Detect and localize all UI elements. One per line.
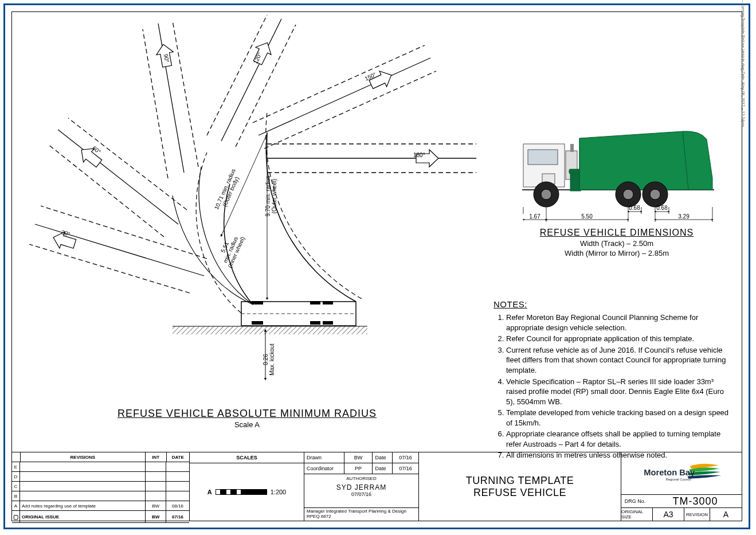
note-5: Template developed from vehicle tracking…	[506, 408, 734, 428]
svg-line-14	[29, 244, 190, 293]
revision-label: REVISION	[684, 508, 710, 521]
svg-line-22	[221, 19, 281, 141]
drg-no-value: TM-3000	[649, 495, 742, 507]
original-issue-row: ▢ ORIGINAL ISSUE BW 07/16	[12, 511, 189, 523]
cad-filename-note: Drawing: TM-3000_A – Turning Template Re…	[741, 0, 745, 127]
authorised-date: 07/07/16	[351, 491, 371, 497]
revisions-header: REVISIONS	[21, 452, 146, 462]
truck-width-mirror: Width (Mirror to Mirror) – 2.85m	[511, 249, 723, 257]
note-3: Current refuse vehicle as of June 2016. …	[506, 345, 734, 376]
svg-rect-38	[570, 144, 574, 152]
svg-line-24	[207, 15, 267, 135]
authorisation-panel: Drawn BW Date 07/16 Coordinator PP Date …	[304, 452, 419, 521]
svg-rect-8	[310, 321, 320, 325]
drg-no-label: DRG No.	[621, 495, 649, 507]
drawn-initials: BW	[344, 452, 373, 463]
note-1: Refer Moreton Bay Regional Council Plann…	[506, 313, 734, 333]
note-6: Appropriate clearance offsets shall be a…	[506, 429, 734, 449]
svg-line-12	[35, 224, 204, 276]
logo-sub-text: Regional Council	[665, 477, 691, 481]
svg-line-16	[58, 130, 178, 224]
drawn-date: 07/16	[393, 452, 418, 463]
dim-axle-2: 0.68	[656, 205, 668, 211]
notes-block: NOTES: Refer Moreton Bay Regional Counci…	[493, 299, 734, 462]
coordinator-initials: PP	[344, 463, 373, 474]
drawing-title-line2: REFUSE VEHICLE	[473, 487, 566, 499]
drawn-date-label: Date	[373, 452, 393, 463]
angle-90: 90°	[163, 53, 170, 63]
logo-panel: Moreton Bay Regional Council DRG No. TM-…	[621, 452, 742, 521]
svg-line-26	[264, 71, 436, 149]
scales-header: SCALES	[190, 452, 304, 463]
date-header: DATE	[167, 452, 189, 462]
turning-radius-title: REFUSE VEHICLE ABSOLUTE MINIMUM RADIUS	[98, 408, 396, 420]
logo-main-text: Moreton Bay	[644, 467, 695, 477]
svg-rect-9	[323, 301, 333, 304]
int-header: INT	[146, 452, 167, 462]
original-size-label: ORIGINAL SIZE	[621, 508, 653, 521]
svg-rect-10	[323, 321, 333, 325]
svg-rect-39	[570, 171, 581, 191]
svg-line-17	[68, 118, 187, 210]
dim-rear: 3.29	[678, 213, 690, 220]
drawing-title-line1: TURNING TEMPLATE	[466, 475, 574, 487]
svg-line-20	[173, 21, 198, 167]
revisions-panel: REVISIONS INT DATE E D C B AAdd notes re…	[12, 452, 190, 521]
rev-row-e: E	[12, 462, 189, 472]
angle-180: 180°	[413, 152, 425, 158]
authorised-label: AUTHORISED	[346, 476, 376, 481]
dim-axle-1: 0.68	[629, 205, 640, 211]
svg-rect-6	[252, 321, 263, 325]
coordinator-date: 07/16	[393, 463, 418, 474]
note-4: Vehicle Specification – Raptor SL–R seri…	[506, 377, 734, 407]
rev-row-d: D	[12, 472, 189, 482]
svg-rect-35	[528, 150, 558, 165]
authorised-name: SYD JERRAM	[336, 483, 386, 491]
coordinator-label: Coordinator	[304, 463, 344, 474]
drawn-label: Drawn	[304, 452, 344, 463]
svg-point-46	[650, 189, 660, 200]
svg-line-18	[48, 144, 164, 237]
notes-title: NOTES:	[493, 299, 734, 310]
original-size-value: A3	[653, 508, 684, 521]
turning-radius-scale: Scale A	[98, 420, 396, 429]
drawing-area: 30° 60° 90° 120° 150° 180° 10.71 min. ra…	[12, 12, 742, 452]
svg-point-44	[623, 189, 633, 200]
notes-list: Refer Moreton Bay Regional Council Plann…	[493, 313, 734, 460]
truck-width-track: Width (Track) – 2.50m	[511, 239, 723, 248]
svg-point-42	[541, 189, 551, 200]
svg-rect-1	[173, 326, 367, 334]
dim-front: 1.67	[529, 213, 540, 220]
manager-role: Manager Integrated Transport Planning & …	[304, 508, 418, 521]
coordinator-date-label: Date	[373, 463, 393, 474]
dim-wheelbase: 5.50	[581, 213, 593, 220]
kickout-label: 0.26Max. kickout	[263, 343, 275, 376]
moreton-bay-logo: Moreton Bay Regional Council	[640, 461, 724, 486]
svg-rect-7	[310, 301, 320, 304]
outer-wheel-radius-label: 9.70 min. radius(Outer wheel)	[265, 175, 277, 216]
drawing-title-panel: TURNING TEMPLATE REFUSE VEHICLE	[419, 452, 621, 521]
scale-ratio: 1:200	[271, 489, 287, 495]
truck-illustration: 0.68 0.68 1.67 5.50 3.29 REFUSE VEHICLE …	[511, 110, 723, 247]
title-block: REVISIONS INT DATE E D C B AAdd notes re…	[12, 452, 742, 521]
rev-row-c: C	[12, 482, 189, 491]
scale-bar-icon	[216, 489, 267, 495]
turning-template-diagram	[12, 12, 482, 448]
rev-row-b: B	[12, 491, 189, 501]
svg-line-27	[253, 45, 425, 123]
rev-row-a: AAdd notes regarding use of templateBW08…	[12, 501, 189, 511]
scale-letter: A	[207, 489, 212, 495]
revision-value: A	[710, 508, 742, 521]
scales-panel: SCALES A 1:200	[190, 452, 304, 521]
svg-rect-5	[252, 301, 263, 304]
note-2: Refer Council for appropriate applicatio…	[506, 334, 734, 344]
truck-dimensions-title: REFUSE VEHICLE DIMENSIONS	[511, 228, 723, 238]
svg-line-25	[258, 58, 430, 135]
